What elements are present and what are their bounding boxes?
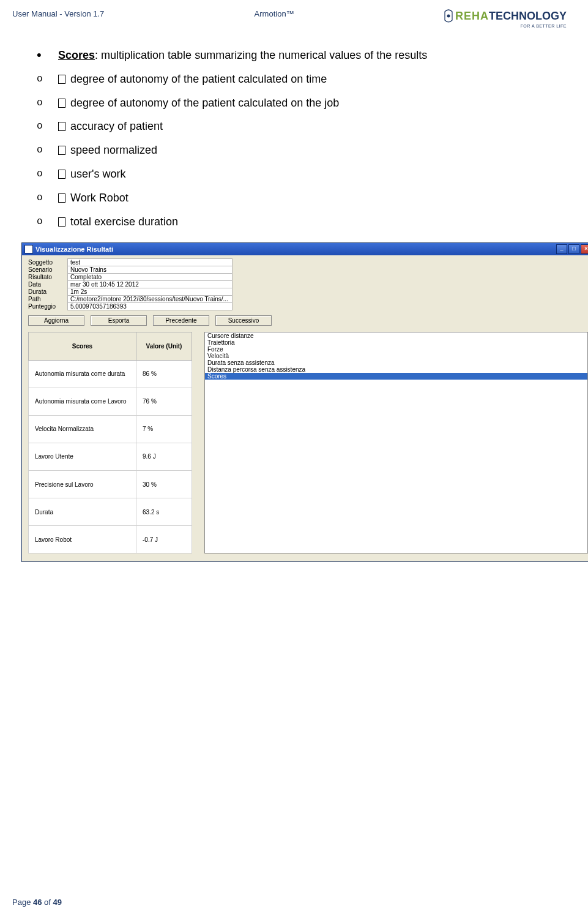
info-grid: Soggettotest ScenarioNuovo Trains Risult… — [28, 258, 588, 310]
window-title: Visualizzazione Risultati — [35, 246, 113, 253]
scores-table: Scores Valore (Unit) Autonomia misurata … — [28, 332, 192, 553]
table-row: Lavoro Robot-0.7 J — [29, 526, 192, 553]
bullet-sub-text: degree of autonomy of the patient calcul… — [70, 97, 339, 109]
logo-text-tech: TECHNOLOGY — [489, 10, 567, 22]
score-name: Autonomia misurata come Lavoro — [29, 388, 136, 415]
scores-header-name: Scores — [29, 332, 136, 360]
bullet-sub-4: user's work — [37, 165, 554, 183]
export-button[interactable]: Esporta — [91, 315, 147, 326]
score-name: Lavoro Utente — [29, 443, 136, 470]
list-item[interactable]: Velocità — [205, 353, 587, 359]
button-row: Aggiorna Esporta Precedente Successivo — [28, 315, 588, 326]
app-icon — [24, 245, 33, 253]
info-label: Risultato — [28, 274, 68, 281]
info-label: Durata — [28, 288, 68, 296]
bullet-main-term: Scores — [58, 49, 95, 61]
bullet-sub-3: speed normalized — [37, 141, 554, 159]
info-row: PathC:/motore2/motore 2012/i30/sessions/… — [28, 296, 233, 303]
info-row: RisultatoCompletato — [28, 274, 233, 281]
score-name: Precisione sul Lavoro — [29, 471, 136, 498]
info-row: ScenarioNuovo Trains — [28, 266, 233, 274]
info-row: Soggettotest — [28, 259, 233, 266]
scores-header-value: Valore (Unit) — [136, 332, 192, 360]
box-icon — [58, 217, 65, 227]
info-row: Datamar 30 ott 10:45 12 2012 — [28, 281, 233, 288]
bullet-sub-5: Work Robot — [37, 189, 554, 207]
bullet-main: Scores: multiplication table summarizing… — [37, 47, 554, 64]
list-item[interactable]: Forze — [205, 346, 587, 353]
maximize-button[interactable]: □ — [568, 244, 579, 254]
app-window: Visualizzazione Risultati _ □ × Soggetto… — [21, 242, 588, 562]
logo-text-reha: REHA — [455, 10, 489, 22]
metrics-listbox[interactable]: Cursore distanze Traiettoria Forze Veloc… — [204, 332, 588, 553]
info-value[interactable]: 5.000970357186393 — [68, 303, 233, 310]
info-value[interactable]: Completato — [68, 274, 233, 281]
table-row: Lavoro Utente9.6 J — [29, 443, 192, 470]
score-value: 7 % — [136, 415, 192, 443]
page-header: User Manual - Version 1.7 Armotion™ REHA… — [12, 9, 567, 28]
score-name: Autonomia misurata come durata — [29, 360, 136, 388]
list-item-selected[interactable]: Scores — [205, 373, 587, 380]
box-icon — [58, 170, 65, 179]
table-row: Autonomia misurata come durata86 % — [29, 360, 192, 388]
bullet-sub-text: speed normalized — [70, 144, 157, 156]
list-item[interactable]: Distanza percorsa senza assistenza — [205, 366, 587, 373]
table-row: Durata63.2 s — [29, 498, 192, 526]
info-value[interactable]: mar 30 ott 10:45 12 2012 — [68, 281, 233, 288]
footer-mid: of — [42, 898, 53, 907]
box-icon — [58, 146, 65, 155]
info-row: Punteggio5.000970357186393 — [28, 303, 233, 310]
body-content: Scores: multiplication table summarizing… — [12, 47, 567, 562]
box-icon — [58, 75, 65, 84]
info-label: Soggetto — [28, 259, 68, 266]
info-value[interactable]: test — [68, 259, 233, 266]
header-logo: REHATECHNOLOGY FOR A BETTER LIFE — [444, 9, 567, 28]
box-icon — [58, 193, 65, 203]
bullet-sub-text: accuracy of patient — [70, 120, 163, 132]
svg-point-0 — [447, 15, 450, 18]
info-label: Data — [28, 281, 68, 288]
info-row: Durata1m 2s — [28, 288, 233, 296]
next-button[interactable]: Successivo — [215, 315, 272, 326]
header-left: User Manual - Version 1.7 — [12, 9, 104, 18]
info-value[interactable]: C:/motore2/motore 2012/i30/sessions/test… — [68, 296, 233, 303]
bullet-sub-text: Work Robot — [70, 192, 128, 204]
score-name: Velocita Normalizzata — [29, 415, 136, 443]
box-icon — [58, 122, 65, 131]
info-value[interactable]: Nuovo Trains — [68, 266, 233, 274]
score-value: 76 % — [136, 388, 192, 415]
bullet-sub-0: degree of autonomy of the patient calcul… — [37, 70, 554, 88]
previous-button[interactable]: Precedente — [153, 315, 209, 326]
table-row: Autonomia misurata come Lavoro76 % — [29, 388, 192, 415]
score-value: 30 % — [136, 471, 192, 498]
bullet-main-rest: : multiplication table summarizing the n… — [95, 49, 427, 61]
score-value: 63.2 s — [136, 498, 192, 526]
table-row: Velocita Normalizzata7 % — [29, 415, 192, 443]
box-icon — [58, 99, 65, 108]
footer-pre: Page — [12, 898, 33, 907]
list-item[interactable]: Cursore distanze — [205, 332, 587, 339]
table-row: Precisione sul Lavoro30 % — [29, 471, 192, 498]
page-footer: Page 46 of 49 — [12, 898, 62, 907]
logo-mark-icon — [444, 9, 453, 23]
score-value: 86 % — [136, 360, 192, 388]
list-item[interactable]: Durata senza assistenza — [205, 359, 587, 366]
footer-total-pages: 49 — [53, 898, 62, 907]
close-button[interactable]: × — [581, 244, 588, 254]
info-label: Punteggio — [28, 303, 68, 310]
logo-tagline: FOR A BETTER LIFE — [521, 24, 567, 28]
refresh-button[interactable]: Aggiorna — [28, 315, 84, 326]
info-label: Scenario — [28, 266, 68, 274]
score-value: 9.6 J — [136, 443, 192, 470]
bullet-sub-text: user's work — [70, 168, 125, 180]
titlebar[interactable]: Visualizzazione Risultati _ □ × — [22, 243, 588, 255]
bullet-sub-text: total exercise duration — [70, 216, 178, 228]
info-value[interactable]: 1m 2s — [68, 288, 233, 296]
list-item[interactable]: Traiettoria — [205, 339, 587, 346]
info-label: Path — [28, 296, 68, 303]
score-name: Durata — [29, 498, 136, 526]
bullet-sub-1: degree of autonomy of the patient calcul… — [37, 94, 554, 112]
bullet-sub-6: total exercise duration — [37, 213, 554, 231]
minimize-button[interactable]: _ — [556, 244, 567, 254]
score-value: -0.7 J — [136, 526, 192, 553]
